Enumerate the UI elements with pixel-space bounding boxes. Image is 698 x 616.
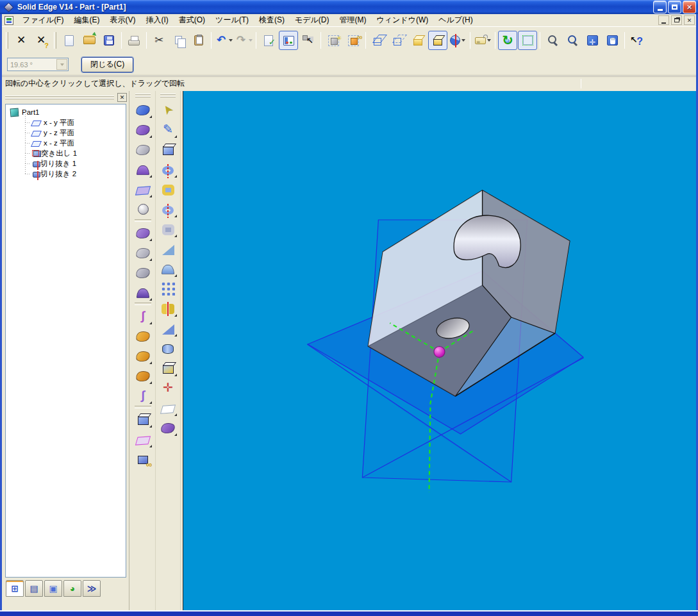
boss-button[interactable] bbox=[158, 338, 178, 358]
copy-button[interactable] bbox=[169, 31, 188, 50]
undo-button[interactable]: ↶ bbox=[214, 31, 233, 50]
delete-face-button[interactable] bbox=[133, 222, 153, 242]
maximize-button[interactable] bbox=[668, 1, 681, 13]
part-links-button[interactable] bbox=[344, 31, 363, 50]
rib-button[interactable] bbox=[158, 318, 178, 338]
cut-button[interactable]: ✂ bbox=[149, 31, 169, 50]
open-document-button[interactable] bbox=[79, 31, 99, 50]
minimize-button[interactable] bbox=[653, 1, 667, 13]
document-icon[interactable] bbox=[4, 16, 13, 25]
features-toolbar-grip[interactable] bbox=[160, 94, 176, 97]
mdi-minimize-button[interactable] bbox=[658, 15, 669, 25]
abort-help-button[interactable]: ✕? bbox=[31, 31, 51, 50]
tree-item-6[interactable]: 切り抜き 2 bbox=[6, 169, 126, 179]
sketch-button[interactable]: ✎ bbox=[158, 119, 178, 139]
menu-item-inspect[interactable]: 検査(S) bbox=[254, 14, 290, 26]
tree-item-2[interactable]: y - z 平面 bbox=[6, 128, 126, 138]
pattern-button[interactable] bbox=[158, 278, 178, 298]
rotation-center-handle[interactable] bbox=[434, 347, 445, 358]
tab-family-of-parts[interactable]: ▣ bbox=[44, 580, 62, 597]
tab-library[interactable]: ▤ bbox=[25, 580, 43, 597]
save-document-button[interactable] bbox=[99, 31, 119, 50]
section-view-button[interactable] bbox=[448, 31, 467, 50]
keypoint-curve-button[interactable]: ∫ bbox=[133, 306, 153, 326]
projected-curve-button[interactable] bbox=[133, 345, 153, 365]
tree-item-4[interactable]: 突き出し 1 bbox=[6, 148, 126, 158]
attach-part-copy-button[interactable] bbox=[133, 449, 153, 469]
document-check-button[interactable] bbox=[259, 31, 278, 50]
rotate-view-button[interactable] bbox=[498, 31, 517, 50]
protrusion-button[interactable] bbox=[158, 139, 178, 159]
intersection-curve-button[interactable] bbox=[133, 326, 153, 345]
reference-plane-button[interactable] bbox=[158, 397, 178, 417]
mirror-feature-button[interactable] bbox=[158, 298, 178, 318]
help-pointer-button[interactable] bbox=[627, 31, 647, 50]
extend-surface-button[interactable] bbox=[133, 242, 153, 262]
edgebar-toggle-button[interactable] bbox=[279, 31, 298, 50]
construction-point-button[interactable] bbox=[133, 199, 153, 219]
edgebar-close-button[interactable]: ✕ bbox=[117, 93, 127, 102]
new-document-button[interactable] bbox=[60, 31, 79, 50]
hole-button[interactable] bbox=[158, 219, 178, 238]
menu-item-window[interactable]: ウィンドウ(W) bbox=[372, 14, 434, 26]
menu-item-edit[interactable]: 編集(E) bbox=[69, 14, 104, 26]
zoom-area-button[interactable] bbox=[543, 31, 562, 50]
menu-item-help[interactable]: ヘルプ(H) bbox=[433, 14, 478, 26]
hidden-line-view-button[interactable] bbox=[388, 31, 408, 50]
offset-surface-button[interactable] bbox=[133, 179, 153, 199]
redo-button[interactable]: ↷ bbox=[234, 31, 253, 50]
tab-playback[interactable]: ≫ bbox=[83, 580, 101, 597]
revolved-cutout-button[interactable] bbox=[158, 199, 178, 219]
wireframe-view-button[interactable] bbox=[369, 31, 388, 50]
toolbar-grip[interactable] bbox=[54, 32, 56, 49]
menu-item-file[interactable]: ファイル(F) bbox=[17, 14, 69, 26]
select-options-button[interactable] bbox=[299, 31, 318, 50]
print-button[interactable] bbox=[124, 31, 144, 50]
shaded-view-button[interactable] bbox=[408, 31, 428, 50]
replace-face-button[interactable] bbox=[133, 262, 153, 282]
toolbar-grip[interactable] bbox=[6, 32, 8, 49]
menu-item-model[interactable]: モデル(D) bbox=[290, 14, 335, 26]
view-orientation-button[interactable] bbox=[518, 31, 537, 50]
blend-surface-button[interactable] bbox=[133, 159, 153, 179]
close-rotate-button[interactable]: 閉じる(C) bbox=[81, 57, 133, 72]
close-button[interactable]: ✕ bbox=[683, 1, 696, 13]
swept-surface-button[interactable] bbox=[133, 99, 153, 119]
cross-curve-button[interactable] bbox=[133, 365, 153, 385]
fit-view-button[interactable] bbox=[583, 31, 602, 50]
cutout-button[interactable] bbox=[158, 179, 178, 199]
stitched-surface-button[interactable] bbox=[133, 282, 153, 302]
abort-command-button[interactable]: ✕ bbox=[12, 31, 31, 50]
tab-pathfinder[interactable]: ⊞ bbox=[6, 580, 24, 597]
bounded-surface-button[interactable] bbox=[133, 139, 153, 159]
paste-button[interactable] bbox=[189, 31, 208, 50]
tree-item-3[interactable]: x - z 平面 bbox=[6, 138, 126, 148]
callout-button[interactable] bbox=[473, 31, 492, 50]
menu-item-manage[interactable]: 管理(M) bbox=[335, 14, 372, 26]
mirror-copy-body-button[interactable] bbox=[133, 409, 153, 429]
edgebar-grip[interactable] bbox=[5, 96, 114, 99]
pan-button[interactable] bbox=[602, 31, 622, 50]
select-tool-button[interactable]: ➤ bbox=[158, 99, 178, 119]
menu-item-insert[interactable]: 挿入(I) bbox=[140, 14, 173, 26]
tree-item-root[interactable]: Part1 bbox=[6, 107, 126, 117]
draft-button[interactable] bbox=[158, 238, 178, 258]
show-reference-button[interactable] bbox=[324, 31, 343, 50]
menu-item-view[interactable]: 表示(V) bbox=[104, 14, 140, 26]
construction-display-button[interactable] bbox=[158, 417, 178, 437]
thin-wall-button[interactable] bbox=[158, 358, 178, 378]
combo-dropdown-button[interactable] bbox=[56, 59, 67, 70]
menu-item-format[interactable]: 書式(O) bbox=[174, 14, 210, 26]
pattern-body-button[interactable] bbox=[133, 429, 153, 449]
round-button[interactable] bbox=[158, 258, 178, 278]
split-curve-button[interactable]: ∫ bbox=[133, 385, 153, 405]
model-viewport[interactable] bbox=[183, 91, 696, 610]
zoom-button[interactable] bbox=[563, 31, 582, 50]
shaded-edges-view-button[interactable] bbox=[428, 31, 447, 50]
tree-item-1[interactable]: x - y 平面 bbox=[6, 117, 126, 128]
surfacing-toolbar-grip[interactable] bbox=[135, 94, 151, 97]
revolved-protrusion-button[interactable] bbox=[158, 159, 178, 179]
tree-item-5[interactable]: 切り抜き 1 bbox=[6, 158, 126, 169]
coordinate-system-button[interactable]: ✛ bbox=[158, 378, 178, 397]
rotation-angle-combobox[interactable]: 19.63 ° bbox=[7, 58, 69, 71]
